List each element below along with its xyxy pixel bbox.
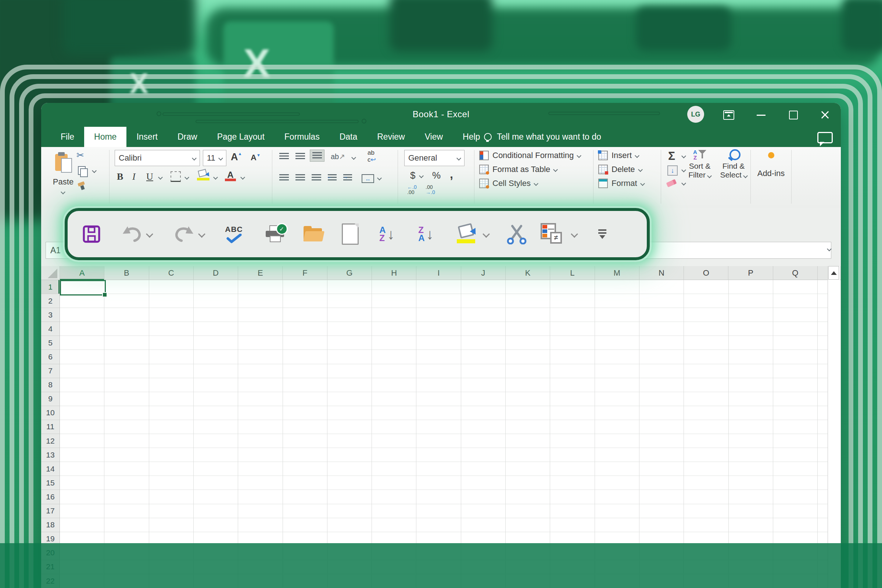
- minimize-button[interactable]: [756, 110, 766, 120]
- align-top-button[interactable]: [279, 153, 289, 160]
- increase-font-button[interactable]: A▲: [231, 152, 242, 163]
- column-header-E[interactable]: E: [238, 266, 283, 280]
- decrease-font-button[interactable]: A▼: [250, 153, 261, 162]
- column-header-J[interactable]: J: [461, 266, 506, 280]
- row-header-4[interactable]: 4: [41, 322, 60, 336]
- column-header-M[interactable]: M: [595, 266, 639, 280]
- row-header-1[interactable]: 1: [41, 280, 60, 294]
- align-right-button[interactable]: [312, 174, 321, 181]
- row-header-6[interactable]: 6: [41, 350, 60, 364]
- account-avatar[interactable]: LG: [687, 106, 704, 123]
- worksheet-grid[interactable]: [60, 280, 828, 588]
- row-header-3[interactable]: 3: [41, 308, 60, 322]
- open-folder-button[interactable]: [300, 211, 326, 257]
- merge-center-dropdown[interactable]: [377, 176, 382, 180]
- increase-decimal-button[interactable]: ←.0.00: [407, 184, 417, 195]
- tab-draw[interactable]: Draw: [168, 127, 207, 147]
- sort-filter-button[interactable]: AZ Sort & Filter: [687, 149, 713, 179]
- font-color-button[interactable]: A: [225, 170, 236, 182]
- underline-dropdown[interactable]: [158, 175, 163, 180]
- row-header-12[interactable]: 12: [41, 434, 60, 448]
- maximize-button[interactable]: [788, 110, 799, 120]
- column-header-G[interactable]: G: [327, 266, 372, 280]
- cut-button[interactable]: [503, 211, 531, 257]
- row-header-18[interactable]: 18: [41, 518, 60, 532]
- row-header-15[interactable]: 15: [41, 476, 60, 490]
- merge-center-button[interactable]: ↔: [362, 174, 374, 183]
- row-header-5[interactable]: 5: [41, 336, 60, 350]
- redo-button[interactable]: [171, 211, 197, 257]
- format-cells-button[interactable]: Format: [598, 178, 644, 188]
- column-header-K[interactable]: K: [506, 266, 550, 280]
- conditional-formatting-dropdown[interactable]: [569, 211, 580, 257]
- tab-home[interactable]: Home: [84, 127, 126, 147]
- column-header-B[interactable]: B: [104, 266, 149, 280]
- font-name-select[interactable]: Calibri: [115, 150, 200, 166]
- fill-color-dropdown[interactable]: [213, 175, 218, 180]
- comma-button[interactable]: ,: [450, 168, 453, 181]
- vertical-scrollbar[interactable]: [828, 266, 840, 588]
- column-header-Q[interactable]: Q: [773, 266, 818, 280]
- column-header-I[interactable]: I: [416, 266, 461, 280]
- number-format-select[interactable]: General: [404, 150, 465, 166]
- currency-button[interactable]: $: [410, 170, 415, 181]
- clear-dropdown[interactable]: [681, 181, 686, 186]
- ribbon-display-options-button[interactable]: [723, 110, 734, 120]
- fill-color-button[interactable]: [453, 211, 481, 257]
- wrap-text-button[interactable]: ab c↩: [368, 149, 376, 163]
- copy-button[interactable]: [78, 166, 86, 175]
- cut-button[interactable]: ✂: [76, 150, 84, 160]
- column-header-P[interactable]: P: [728, 266, 773, 280]
- column-header-H[interactable]: H: [372, 266, 416, 280]
- redo-dropdown[interactable]: [196, 211, 207, 257]
- font-size-select[interactable]: 11: [203, 150, 226, 166]
- delete-cells-button[interactable]: Delete: [598, 165, 642, 174]
- column-header-D[interactable]: D: [194, 266, 238, 280]
- tab-insert[interactable]: Insert: [126, 127, 168, 147]
- row-header-11[interactable]: 11: [41, 420, 60, 434]
- row-header-17[interactable]: 17: [41, 504, 60, 518]
- fill-color-dropdown[interactable]: [481, 211, 492, 257]
- increase-indent-button[interactable]: →: [343, 174, 352, 181]
- column-header-F[interactable]: F: [283, 266, 327, 280]
- column-header-C[interactable]: C: [149, 266, 194, 280]
- column-header-O[interactable]: O: [684, 266, 728, 280]
- tab-data[interactable]: Data: [330, 127, 368, 147]
- row-header-14[interactable]: 14: [41, 462, 60, 476]
- autosum-dropdown[interactable]: [681, 154, 686, 158]
- row-header-8[interactable]: 8: [41, 378, 60, 392]
- decrease-decimal-button[interactable]: .00→.0: [426, 184, 435, 195]
- currency-dropdown[interactable]: [419, 174, 424, 178]
- tab-formulas[interactable]: Formulas: [274, 127, 330, 147]
- print-preview-button[interactable]: ✓: [262, 211, 289, 257]
- row-header-16[interactable]: 16: [41, 490, 60, 504]
- undo-dropdown[interactable]: [144, 211, 155, 257]
- italic-button[interactable]: I: [132, 171, 136, 182]
- row-header-2[interactable]: 2: [41, 294, 60, 308]
- sort-descending-button[interactable]: ZA ↓: [412, 211, 440, 257]
- selected-cell-a1[interactable]: [60, 280, 106, 296]
- column-header-A[interactable]: A: [60, 266, 104, 280]
- tab-view[interactable]: View: [415, 127, 453, 147]
- fill-down-button[interactable]: ↓: [668, 165, 678, 176]
- tell-me-search[interactable]: Tell me what you want to do: [484, 127, 601, 147]
- tab-file[interactable]: File: [51, 127, 84, 147]
- insert-cells-button[interactable]: Insert: [598, 151, 639, 160]
- underline-button[interactable]: U: [146, 171, 153, 182]
- sort-ascending-button[interactable]: AZ ↓: [373, 211, 401, 257]
- close-button[interactable]: [819, 110, 831, 120]
- select-all-button[interactable]: [41, 266, 60, 280]
- conditional-formatting-button[interactable]: Conditional Formatting: [479, 151, 580, 160]
- clear-button[interactable]: [666, 179, 676, 187]
- row-header-10[interactable]: 10: [41, 406, 60, 420]
- row-header-13[interactable]: 13: [41, 448, 60, 462]
- conditional-formatting-button[interactable]: ≠: [537, 211, 567, 257]
- borders-dropdown[interactable]: [184, 175, 189, 180]
- tab-page-layout[interactable]: Page Layout: [207, 127, 274, 147]
- decrease-indent-button[interactable]: ←: [328, 174, 337, 181]
- align-bottom-button[interactable]: [310, 150, 324, 161]
- autosum-button[interactable]: Σ: [668, 149, 675, 163]
- row-header-7[interactable]: 7: [41, 364, 60, 378]
- comments-icon[interactable]: [818, 132, 833, 143]
- percent-button[interactable]: %: [432, 170, 441, 181]
